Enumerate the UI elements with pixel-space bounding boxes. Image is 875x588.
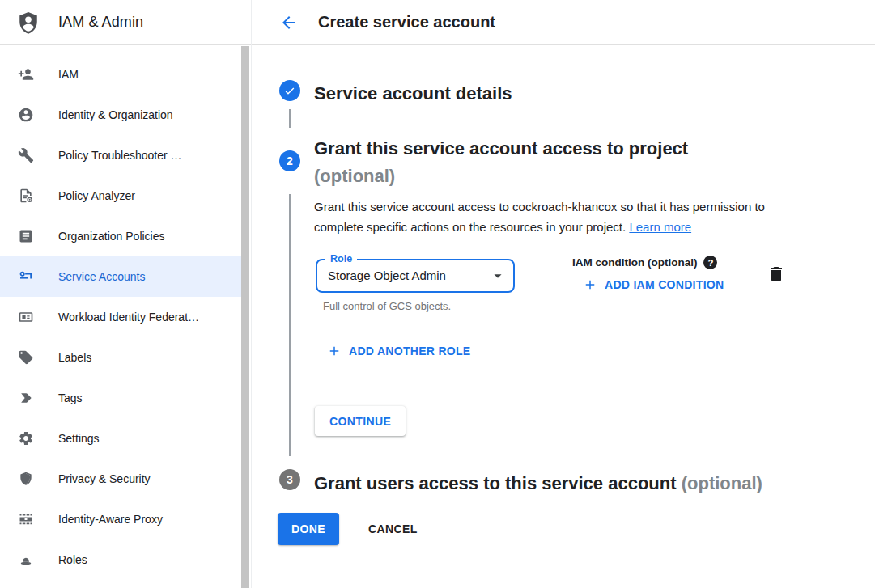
wrench-icon — [18, 147, 34, 163]
step2-title: Grant this service account access to pro… — [314, 138, 688, 159]
step3-number-indicator: 3 — [279, 469, 300, 490]
person-add-icon — [18, 66, 34, 82]
add-another-role-label: ADD ANOTHER ROLE — [349, 345, 471, 357]
sidebar-item-label: Labels — [58, 351, 91, 364]
role-selected-value: Storage Object Admin — [317, 260, 513, 291]
step-connector-line — [289, 109, 291, 128]
add-iam-condition-label: ADD IAM CONDITION — [605, 278, 724, 291]
sidebar-item-label: Privacy & Security — [58, 472, 151, 485]
sidebar-item-label: Settings — [58, 432, 100, 445]
sidebar-item-iam[interactable]: IAM — [0, 54, 242, 95]
step2-description-text: Grant this service account access to coc… — [314, 200, 765, 234]
sidebar-item-privacy-security[interactable]: Privacy & Security — [0, 459, 242, 499]
sidebar-item-label: Organization Policies — [58, 230, 165, 243]
page-header: Create service account — [252, 0, 875, 45]
page-title: Create service account — [318, 13, 495, 32]
delete-role-button[interactable] — [766, 264, 787, 286]
sidebar-item-tags[interactable]: Tags — [0, 378, 242, 418]
badge-card-icon — [18, 309, 34, 325]
sidebar-item-policy-troubleshooter[interactable]: Policy Troubleshooter … — [0, 135, 242, 176]
sidebar-item-policy-analyzer[interactable]: Policy Analyzer — [0, 176, 242, 216]
iam-condition-label: IAM condition (optional) — [572, 256, 697, 269]
sidebar: IAM & Admin IAM Identity & Organization … — [0, 0, 252, 588]
step2-optional-label: (optional) — [314, 166, 395, 186]
checkmark-icon — [283, 84, 296, 97]
iap-icon — [18, 511, 34, 527]
iam-admin-console: IAM & Admin IAM Identity & Organization … — [0, 0, 875, 588]
sidebar-item-label: Service Accounts — [58, 270, 145, 283]
sidebar-item-workload-identity-federation[interactable]: Workload Identity Federat… — [0, 297, 242, 337]
step1-complete-indicator — [279, 80, 300, 101]
sidebar-item-service-accounts[interactable]: Service Accounts — [0, 256, 242, 297]
sidebar-header: IAM & Admin — [0, 0, 251, 45]
hat-icon — [18, 552, 34, 568]
sidebar-item-label: Policy Analyzer — [58, 189, 135, 202]
account-circle-icon — [18, 107, 34, 123]
back-button[interactable] — [279, 13, 299, 32]
add-another-role-button[interactable]: ADD ANOTHER ROLE — [327, 344, 471, 358]
step2-heading: Grant this service account access to pro… — [314, 135, 751, 190]
add-iam-condition-button[interactable]: ADD IAM CONDITION — [583, 277, 724, 292]
step1-title: Service account details — [314, 80, 512, 108]
sidebar-item-identity-aware-proxy[interactable]: Identity-Aware Proxy — [0, 499, 242, 539]
sidebar-nav: IAM Identity & Organization Policy Troub… — [0, 45, 251, 580]
plus-icon — [327, 344, 342, 358]
sidebar-item-label: Identity & Organization — [58, 108, 173, 121]
plus-icon — [583, 277, 597, 292]
sidebar-item-label: Workload Identity Federat… — [58, 311, 199, 324]
step3-optional-label: (optional) — [682, 473, 762, 493]
iam-condition-label-row: IAM condition (optional) ? — [572, 256, 717, 269]
cancel-button[interactable]: CANCEL — [359, 513, 427, 545]
step3-heading: Grant users access to this service accou… — [314, 470, 762, 497]
main-panel: Create service account Service account d… — [252, 0, 875, 588]
iam-shield-logo-icon — [16, 11, 40, 35]
learn-more-link[interactable]: Learn more — [629, 220, 691, 234]
sidebar-item-label: Policy Troubleshooter … — [58, 149, 182, 162]
sidebar-item-settings[interactable]: Settings — [0, 418, 242, 459]
sidebar-item-identity-organization[interactable]: Identity & Organization — [0, 95, 242, 135]
sidebar-item-organization-policies[interactable]: Organization Policies — [0, 216, 242, 256]
sidebar-item-label: Roles — [58, 553, 87, 566]
step3-number: 3 — [287, 473, 293, 486]
back-arrow-icon — [279, 13, 299, 32]
sidebar-item-labels[interactable]: Labels — [0, 337, 242, 378]
gear-icon — [18, 430, 34, 446]
role-select[interactable]: Role Storage Object Admin — [316, 259, 515, 293]
sidebar-item-roles[interactable]: Roles — [0, 539, 242, 580]
role-helper-text: Full control of GCS objects. — [323, 300, 451, 312]
sidebar-scrollbar[interactable] — [241, 46, 249, 588]
sidebar-item-label: Identity-Aware Proxy — [58, 513, 163, 526]
label-tag-icon — [18, 349, 34, 366]
service-account-icon — [18, 269, 34, 285]
step2-number: 2 — [287, 154, 293, 167]
document-lines-icon — [18, 228, 34, 244]
step2-description: Grant this service account access to coc… — [314, 197, 795, 237]
step2-number-indicator: 2 — [279, 150, 300, 171]
sidebar-item-label: IAM — [58, 68, 79, 81]
trash-icon — [767, 264, 786, 284]
help-icon[interactable]: ? — [703, 256, 717, 269]
step-connector-line — [289, 194, 291, 456]
policy-analyzer-icon — [18, 188, 34, 204]
continue-button[interactable]: CONTINUE — [315, 406, 406, 436]
shield-icon — [18, 471, 34, 487]
step3-title: Grant users access to this service accou… — [314, 473, 677, 493]
wizard-content: Service account details 2 Grant this ser… — [252, 45, 875, 588]
sidebar-item-label: Tags — [58, 391, 83, 404]
done-button[interactable]: DONE — [278, 513, 339, 545]
tag-arrow-icon — [18, 390, 34, 406]
product-title: IAM & Admin — [58, 14, 143, 31]
dropdown-caret-icon — [489, 267, 507, 285]
role-field-label: Role — [325, 253, 357, 264]
